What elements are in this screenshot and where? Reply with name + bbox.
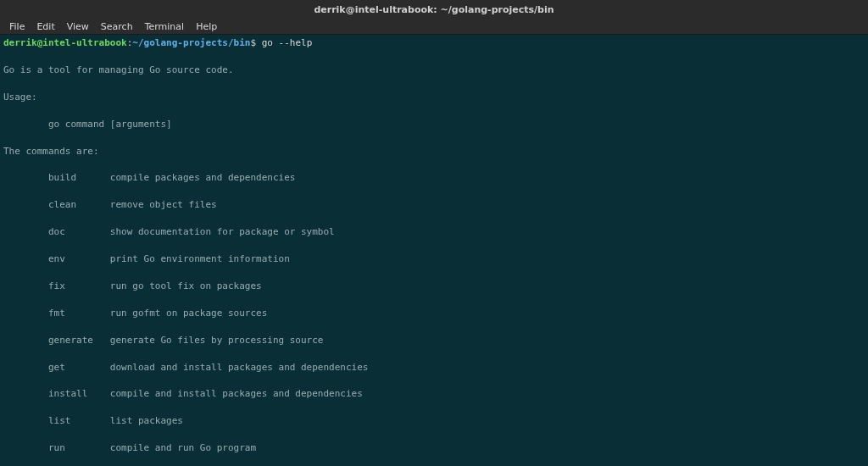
command-row: run compile and run Go program <box>3 441 865 455</box>
menu-search[interactable]: Search <box>95 19 139 34</box>
command-row: list list packages <box>3 414 865 428</box>
menu-terminal[interactable]: Terminal <box>139 19 191 34</box>
prompt-path: ~/golang-projects/bin <box>132 37 250 48</box>
menubar: File Edit View Search Terminal Help <box>0 19 868 35</box>
command-row: get download and install packages and de… <box>3 361 865 374</box>
output-usage-label: Usage: <box>3 92 37 103</box>
output-usage-body: go command [arguments] <box>3 119 172 130</box>
prompt-user-host: derrik@intel-ultrabook <box>3 37 127 48</box>
window-titlebar: derrik@intel-ultrabook: ~/golang-project… <box>0 0 868 19</box>
command-row: generate generate Go files by processing… <box>3 334 865 347</box>
output-intro: Go is a tool for managing Go source code… <box>3 64 234 75</box>
command-row: install compile and install packages and… <box>3 387 865 401</box>
menu-help[interactable]: Help <box>190 19 223 34</box>
output-commands-label: The commands are: <box>3 146 99 157</box>
command-row: env print Go environment information <box>3 252 865 266</box>
menu-view[interactable]: View <box>61 19 95 34</box>
menu-file[interactable]: File <box>3 19 31 34</box>
entered-command: go --help <box>262 37 313 48</box>
command-row: build compile packages and dependencies <box>3 171 865 185</box>
prompt-symbol: $ <box>250 37 256 48</box>
terminal-viewport[interactable]: derrik@intel-ultrabook:~/golang-projects… <box>0 35 868 466</box>
output-commands-list: build compile packages and dependencies … <box>3 171 865 466</box>
command-row: fix run go tool fix on packages <box>3 280 865 293</box>
command-row: fmt run gofmt on package sources <box>3 307 865 320</box>
menu-edit[interactable]: Edit <box>31 19 60 34</box>
window-title: derrik@intel-ultrabook: ~/golang-project… <box>314 4 554 15</box>
command-row: doc show documentation for package or sy… <box>3 225 865 239</box>
command-row: clean remove object files <box>3 198 865 212</box>
